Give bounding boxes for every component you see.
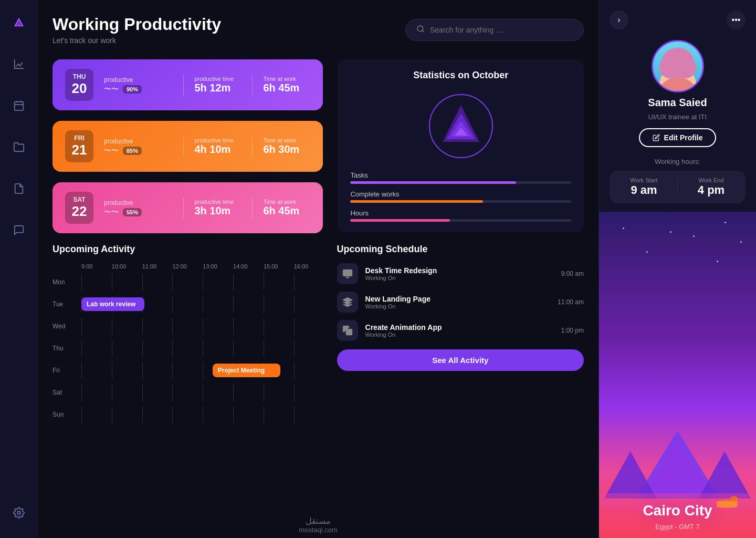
- gantt-label-sat-g: Sat: [52, 389, 81, 396]
- gantt-hour-12: 12:00: [172, 263, 203, 270]
- wave-icon-sat: 〜〜: [104, 208, 119, 217]
- sidebar-item-chart[interactable]: [9, 54, 29, 77]
- work-time-val-sat: 6h 45m: [263, 205, 299, 217]
- svg-rect-14: [343, 270, 352, 276]
- divider-thu-1: [183, 75, 184, 96]
- panel-top-icons: › •••: [599, 0, 756, 29]
- day-badge-thu: Thu 20: [65, 69, 93, 101]
- stat-label-tasks: Tasks: [350, 171, 571, 179]
- sidebar-item-document[interactable]: [9, 179, 29, 201]
- stat-fill-hours: [350, 219, 449, 222]
- schedule-name-animation: Create Animation App: [365, 323, 554, 332]
- gantt-row-fri: Fri Pro: [52, 362, 324, 379]
- search-input[interactable]: [430, 26, 573, 34]
- percent-fri: 85%: [123, 147, 142, 155]
- edit-profile-button[interactable]: Edit Profile: [639, 128, 717, 147]
- work-end-card: Work End 4 pm: [683, 177, 739, 197]
- day-name-thu: Thu: [71, 73, 87, 80]
- city-card: Cairo City Egypt - GMT 7: [599, 212, 756, 538]
- schedule-title: Upcoming Schedule: [337, 244, 584, 255]
- working-hours-title: Working hours:: [610, 158, 746, 165]
- schedule-items: Desk Time Redesign Working On 9:00 am Ne…: [337, 263, 584, 341]
- gantt-line: [142, 340, 173, 357]
- star: [693, 235, 695, 237]
- gantt-line: [112, 406, 142, 423]
- sidebar-item-settings[interactable]: [9, 503, 29, 525]
- gantt-hour-14: 14:00: [233, 263, 264, 270]
- schedule-sub-animation: Working On: [365, 332, 554, 338]
- gantt-line: [142, 384, 173, 401]
- gantt-hour-13: 13:00: [203, 263, 233, 270]
- gantt-label-thu-g: Thu: [52, 345, 81, 352]
- svg-point-7: [17, 511, 20, 514]
- sidebar-item-message[interactable]: [9, 220, 29, 243]
- sidebar-item-logo[interactable]: [9, 13, 29, 35]
- gantt-row-sun: Sun: [52, 406, 324, 423]
- prod-time-val-thu: 5h 12m: [194, 82, 230, 94]
- see-all-button[interactable]: See All Activity: [337, 349, 584, 371]
- search-bar[interactable]: [405, 19, 584, 41]
- gantt-hour-15: 15:00: [264, 263, 294, 270]
- star: [717, 261, 718, 262]
- gantt-line: [81, 406, 112, 423]
- gantt-label-mon: Mon: [52, 278, 81, 286]
- gantt-line: [294, 340, 324, 357]
- prod-time-fri: productive time 4h 10m: [194, 137, 242, 156]
- gantt-task-project[interactable]: Project Meeting: [213, 364, 281, 377]
- gantt-line: [142, 406, 173, 423]
- gantt-line: [172, 296, 203, 313]
- schedule-icon-layers: [337, 292, 358, 313]
- more-icon: •••: [732, 15, 741, 25]
- prod-time-label-fri: productive time: [194, 137, 234, 143]
- gantt-label-wed: Wed: [52, 323, 81, 330]
- gantt-line: [203, 384, 233, 401]
- divider-fri-1: [183, 136, 184, 157]
- gantt-chart: 9:00 10:00 11:00 12:00 13:00 14:00 15:00…: [52, 263, 324, 423]
- work-time-val-fri: 6h 30m: [263, 143, 299, 156]
- profile-name: Sama Saied: [648, 97, 707, 109]
- gantt-task-lab[interactable]: Lab work review: [81, 297, 144, 311]
- star: [740, 241, 742, 243]
- gantt-line: [142, 318, 173, 335]
- gantt-line: [264, 318, 294, 335]
- stat-track-hours: [350, 219, 571, 222]
- gantt-line: [233, 384, 264, 401]
- gantt-line: [81, 340, 112, 357]
- day-name-sat: Sat: [71, 196, 87, 203]
- stat-label-hours: Hours: [350, 209, 571, 217]
- gantt-line: [203, 406, 233, 423]
- svg-marker-17: [343, 298, 352, 302]
- schedule-info-desk: Desk Time Redesign Working On: [365, 266, 554, 281]
- title-block: Working Productivity Let's track our wor…: [52, 15, 221, 45]
- gantt-line: [294, 318, 324, 335]
- star: [724, 222, 726, 223]
- avatar: [652, 40, 704, 92]
- forward-button[interactable]: ›: [610, 11, 628, 29]
- sidebar-item-calendar[interactable]: [9, 96, 29, 118]
- day-stat-fri: productive 〜〜 85%: [104, 138, 173, 156]
- work-time-label-sat: Time at work: [263, 199, 296, 205]
- more-options-button[interactable]: •••: [727, 11, 746, 29]
- gantt-label-sun: Sun: [52, 411, 81, 418]
- prod-time-thu: productive time 5h 12m: [194, 76, 242, 94]
- gantt-line: [81, 274, 112, 291]
- gantt-rows: Mon: [52, 274, 324, 423]
- work-time-fri: Time at work 6h 30m: [263, 137, 310, 156]
- sidebar-item-folder[interactable]: [9, 137, 29, 160]
- stat-bar-complete: Complete works: [350, 190, 571, 203]
- gantt-line: [172, 406, 203, 423]
- city-stars: [599, 212, 756, 408]
- gantt-label-tue: Tue: [52, 301, 81, 308]
- gantt-line: [112, 384, 142, 401]
- city-sub: Egypt - GMT 7: [599, 523, 756, 531]
- schedule-icon-copy: [337, 320, 358, 341]
- prod-time-val-fri: 4h 10m: [194, 143, 230, 156]
- gantt-track-fri: Project Meeting: [81, 362, 324, 379]
- gantt-track-sun: [81, 406, 324, 423]
- gantt-line: [172, 384, 203, 401]
- profile-section: Sama Saied UI/UX trainee at ITI Edit Pro…: [599, 29, 756, 158]
- bottom-section: Upcoming Activity 9:00 10:00 11:00 12:00…: [52, 244, 584, 512]
- chevron-right-icon: ›: [617, 15, 620, 25]
- gantt-track-mon: [81, 274, 324, 291]
- schedule-name-landing: New Landing Page: [365, 295, 550, 303]
